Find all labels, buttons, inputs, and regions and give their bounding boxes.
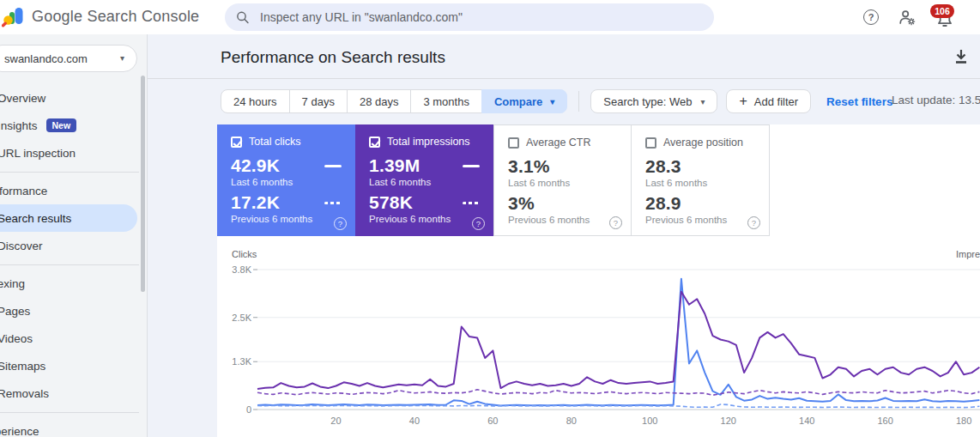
sidebar-item-insights[interactable]: InsightsNew: [0, 112, 148, 139]
sidebar-item-label: Removals: [0, 387, 49, 400]
metric-tiles: Total clicks 42.9K Last 6 months 17.2K P…: [217, 124, 980, 236]
help-icon[interactable]: [472, 217, 485, 230]
new-badge: New: [46, 118, 77, 132]
sidebar-item-label: Pages: [0, 305, 30, 318]
chart-area: 01.3K2.5K3.8K20406080100120140160180Clic…: [217, 236, 980, 437]
google-search-console-app: Google Search Console 106: [0, 0, 980, 437]
sidebar-item-label: Experience: [0, 425, 39, 437]
sidebar-item-experience[interactable]: Experience: [0, 417, 148, 437]
metric-previous-value: 28.9: [645, 193, 681, 214]
metric-tile-average-ctr[interactable]: Average CTR 3.1% Last 6 months 3% Previo…: [493, 124, 632, 236]
sidebar-item-sitemaps[interactable]: Sitemaps: [0, 352, 148, 379]
metric-title: Average position: [663, 137, 743, 149]
x-tick-label: 180: [956, 416, 971, 426]
notification-count-badge: 106: [930, 4, 954, 18]
y-tick-label: 0: [246, 404, 251, 415]
y-tick-label: 2.5K: [232, 313, 251, 323]
checkbox-checked-icon[interactable]: [231, 137, 242, 148]
search-type-dropdown[interactable]: Search type: Web: [590, 89, 717, 113]
series-clicks-current: [257, 279, 979, 406]
date-range-3-months[interactable]: 3 months: [410, 89, 481, 113]
sidebar-item-discover[interactable]: Discover: [0, 232, 148, 259]
metric-title: Total clicks: [249, 136, 300, 148]
notifications-button[interactable]: 106: [935, 8, 956, 30]
export-download-icon[interactable]: [951, 46, 971, 67]
solid-line-legend-icon: [324, 165, 342, 167]
date-range-7-days[interactable]: 7 days: [289, 89, 348, 113]
sidebar-item-label: Indexing: [0, 277, 25, 290]
page-header: Performance on Search results: [148, 34, 980, 79]
property-name: swanlandco.com: [4, 52, 120, 65]
metric-tile-total-impressions[interactable]: Total impressions 1.39M Last 6 months 57…: [355, 124, 493, 236]
sidebar-item-label: Insights: [0, 119, 38, 132]
help-icon[interactable]: [334, 217, 347, 230]
sidebar-item-search-results[interactable]: Search results: [0, 204, 137, 232]
metric-previous-label: Previous 6 months: [508, 215, 619, 225]
y-tick-label: 1.3K: [232, 356, 251, 367]
x-tick-label: 60: [487, 416, 498, 426]
sidebar-item-label: Videos: [0, 332, 33, 345]
url-inspect-searchbox[interactable]: [225, 3, 714, 31]
metric-current-value: 3.1%: [508, 156, 550, 177]
topbar: Google Search Console 106: [0, 0, 980, 34]
metric-current-value: 42.9K: [231, 155, 280, 176]
metric-previous-value: 578K: [369, 192, 413, 213]
help-icon[interactable]: [747, 216, 760, 229]
user-settings-icon[interactable]: [898, 8, 916, 27]
sidebar-item-videos[interactable]: Videos: [0, 325, 148, 352]
product-name: Google Search Console: [32, 8, 199, 26]
topbar-icons: 106: [863, 0, 956, 34]
performance-chart[interactable]: 01.3K2.5K3.8K20406080100120140160180Clic…: [217, 236, 980, 437]
metric-current-label: Last 6 months: [369, 177, 481, 187]
page-title: Performance on Search results: [221, 48, 445, 67]
sidebar-item-label: Performance: [0, 185, 47, 197]
sidebar-item-label: Search results: [0, 212, 71, 225]
metric-tile-average-position[interactable]: Average position 28.3 Last 6 months 28.9…: [632, 124, 770, 236]
metric-current-label: Last 6 months: [231, 177, 343, 187]
checkbox-unchecked-icon[interactable]: [508, 137, 519, 149]
sidebar-item-pages[interactable]: Pages: [0, 297, 148, 325]
last-update-label: Last update: 13.5: [892, 94, 980, 106]
sidebar-item-removals[interactable]: Removals: [0, 379, 148, 407]
metric-previous-label: Previous 6 months: [369, 214, 481, 224]
date-range-group: 24 hours 7 days 28 days 3 months Compare: [221, 89, 567, 113]
main-content: Performance on Search results 24 hours 7…: [148, 34, 980, 437]
reset-filters-link[interactable]: Reset filters: [826, 95, 892, 108]
sidebar-item-overview[interactable]: Overview: [0, 84, 148, 112]
checkbox-checked-icon[interactable]: [369, 137, 380, 148]
property-selector[interactable]: swanlandco.com: [0, 45, 137, 72]
series-impressions-previous: [257, 390, 979, 396]
metric-tile-total-clicks[interactable]: Total clicks 42.9K Last 6 months 17.2K P…: [217, 124, 355, 236]
date-range-28-days[interactable]: 28 days: [347, 89, 412, 113]
y-tick-label: 3.8K: [232, 264, 251, 275]
x-tick-label: 100: [642, 416, 657, 426]
help-icon[interactable]: [609, 216, 622, 229]
app-logo[interactable]: Google Search Console: [2, 5, 199, 28]
filters-row: 24 hours 7 days 28 days 3 months Compare…: [221, 89, 892, 113]
sidebar-item-url-inspection[interactable]: URL inspection: [0, 139, 148, 167]
x-tick-label: 40: [409, 416, 420, 426]
metric-previous-label: Previous 6 months: [231, 214, 343, 224]
dashed-line-legend-icon: [463, 202, 480, 204]
x-tick-label: 140: [799, 416, 814, 426]
sidebar-item-label: URL inspection: [0, 147, 76, 160]
compare-button[interactable]: Compare: [481, 89, 567, 113]
sidebar-divider: [0, 167, 148, 177]
search-input[interactable]: [258, 9, 704, 25]
add-filter-button[interactable]: Add filter: [726, 89, 811, 113]
checkbox-unchecked-icon[interactable]: [645, 137, 656, 149]
metric-previous-label: Previous 6 months: [645, 215, 757, 225]
sidebar-divider: [0, 259, 148, 270]
performance-card: Total clicks 42.9K Last 6 months 17.2K P…: [217, 124, 980, 437]
sidebar-scrollbar-thumb[interactable]: [141, 76, 145, 292]
date-range-24-hours[interactable]: 24 hours: [221, 89, 290, 113]
metric-current-label: Last 6 months: [645, 178, 757, 188]
metric-current-value: 1.39M: [369, 155, 420, 176]
right-axis-title: Impres: [956, 249, 980, 259]
metric-current-value: 28.3: [645, 156, 681, 177]
search-console-logo-icon: [2, 5, 25, 28]
sidebar-item-indexing[interactable]: Indexing: [0, 270, 148, 297]
help-icon[interactable]: [863, 9, 879, 25]
sidebar-item-label: Overview: [0, 92, 45, 105]
sidebar-item-performance[interactable]: Performance: [0, 177, 148, 204]
